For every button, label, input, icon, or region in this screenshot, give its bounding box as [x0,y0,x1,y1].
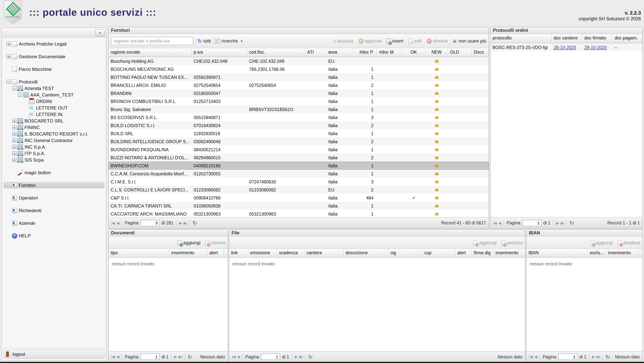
tree-item[interactable]: HELP [4,232,104,239]
last-page-button[interactable]: ▶| [179,354,182,359]
tree-item[interactable]: LETTERE IN [4,111,104,118]
tree-expander-icon[interactable] [6,196,11,200]
table-row[interactable]: BUILDING INTELLIGENCE GROUP S... 0309249… [109,137,489,146]
tree-item[interactable]: + SIS Scpa [4,157,104,163]
aggiungi-button[interactable]: aggiungi [474,240,497,245]
next-page-button[interactable]: ▶ [556,221,559,225]
column-header[interactable]: cup [422,249,455,257]
tree-expander-icon[interactable]: - [6,80,11,84]
column-header[interactable]: #doc P [352,48,377,57]
table-row[interactable]: CACCIATORE ARCH. MASSIMILIANO 0532130096… [109,210,489,217]
page-number-input[interactable] [522,220,542,226]
tree-expander-icon[interactable]: + [12,158,16,162]
tree-expander-icon[interactable] [12,170,16,175]
column-header[interactable]: OLD [448,48,472,57]
table-row[interactable]: BUZZI NOTARO & ANTONIELLI D'OL... 062949… [109,154,489,162]
doc-cantiere-link[interactable]: 28-10-2025 [552,45,582,50]
table-row[interactable]: BUILD LOGISTIC S.r.l. 07016430824 Italia… [109,121,489,129]
table-row[interactable]: BUONDONNO PASQUALINA 08430521214 Italia … [109,146,489,154]
tree-item[interactable]: Aziende [4,220,104,226]
approva-button[interactable]: approva [358,38,382,44]
refresh-icon[interactable]: ↻ [570,220,574,226]
column-header[interactable]: descrizione [344,249,388,257]
tree-expander-icon[interactable]: + [12,138,16,142]
column-header[interactable]: p.iva [192,48,247,57]
tree-item[interactable]: Operatori [4,195,104,201]
page-number-input[interactable] [140,220,160,226]
table-row[interactable]: BRANDINI 03185550047 Italia 1 ∗ [109,89,489,97]
table-row[interactable]: C&P S.r.l. 00906410766 Italia 464 ✔ ∗ [109,194,489,202]
refresh-icon[interactable]: ↻ [188,354,192,360]
column-header[interactable]: ATI [305,48,326,57]
table-row[interactable]: Bruno Sig. Salvatore BRBSVT32C01B561O It… [109,105,489,113]
next-page-button[interactable]: ▶ [592,354,595,359]
elimina-button[interactable]: elimina [426,38,448,44]
tree-expander-icon[interactable]: + [12,145,16,149]
sidebar-collapse-button[interactable]: « [95,29,104,36]
column-header[interactable]: link [229,249,248,257]
ricerche-button[interactable]: ricerche ▼ [215,38,243,44]
next-page-button[interactable]: ▶ [295,354,297,359]
tree-expander-icon[interactable]: + [12,119,16,123]
prev-page-button[interactable]: ◀ [534,354,537,359]
tree-expander-icon[interactable] [6,221,11,225]
column-header[interactable]: doc firmato [582,34,612,43]
first-page-button[interactable]: |◀ [529,354,532,359]
column-header[interactable]: NEW [426,48,448,57]
tree-expander-icon[interactable] [24,112,28,116]
tree-expander-icon[interactable]: + [12,151,16,155]
first-page-button[interactable]: |◀ [493,221,496,225]
table-row[interactable]: Boschung Holding AG CHE102.432.049 CHE-1… [109,57,489,65]
tree-item[interactable]: Richiedenti [4,207,104,214]
tree-item[interactable]: ORDINI [4,98,104,105]
column-header[interactable]: alert [208,249,224,257]
tree-item[interactable]: + INC General Contractor [4,137,104,144]
tree-item[interactable]: + Archivio Pratiche Legali [4,41,104,47]
column-header[interactable]: cig [388,249,422,257]
table-row[interactable]: BOSCHUNG MECATRONIC AG 765.2301.1768.06 … [109,65,489,73]
column-header[interactable]: protocollo [490,34,552,43]
table-row[interactable]: BOSC-RES-373-25-VDO-fgi 28-10-2025 29-10… [490,43,642,51]
tree-item[interactable]: - Azienda TEST [4,85,104,92]
table-row[interactable]: BRONCHI COMBUSTIBILI S.R.L. 01252710403 … [109,97,489,105]
tree-expander-icon[interactable] [24,99,28,103]
first-page-button[interactable]: |◀ [232,354,235,359]
table-row[interactable]: BOTTINO PAOLO NEW TUSCAN EX... 025923909… [109,73,489,81]
tree-expander-icon[interactable]: + [6,54,11,59]
column-header[interactable]: ragione sociale [109,48,192,57]
insert-button[interactable]: insert [386,38,404,44]
column-header[interactable]: inserimento [170,249,207,257]
logout-button[interactable]: logout [4,349,104,359]
tree-item[interactable]: + IL BOSCARETO RESORT s.r.l. [4,131,104,137]
search-input[interactable] [111,37,193,45]
first-page-button[interactable]: |◀ [111,354,114,359]
tree-expander-icon[interactable] [6,183,11,187]
column-header[interactable]: scadenza [277,249,304,257]
tree-expander-icon[interactable]: + [12,125,16,129]
column-header[interactable]: esclu... [588,249,606,257]
table-row[interactable]: BUILD SRL 11932830018 Italia 1 ∗ [109,129,489,137]
column-header[interactable]: doc pagam. [612,34,638,43]
column-header[interactable]: inserimento [494,249,518,257]
tree-expander-icon[interactable]: + [6,42,11,46]
tree-expander-icon[interactable] [6,67,11,71]
prev-page-button[interactable]: ◀ [116,221,119,225]
last-page-button[interactable]: ▶| [596,354,600,359]
tree-expander-icon[interactable] [6,234,11,238]
column-header[interactable]: cod.fisc. [247,48,305,57]
column-header[interactable]: emissione [248,249,277,257]
table-row[interactable]: BWINESHOP.COM 04098210166 Italia 1 ∗ [109,162,489,170]
archivia-button[interactable]: archivia [501,240,523,245]
tree-expander-icon[interactable]: - [18,93,22,97]
aggiungi-button[interactable]: aggiungi [590,240,613,245]
tree-expander-icon[interactable] [6,208,11,212]
aggiungi-button[interactable]: aggiungi [177,240,200,245]
column-header[interactable]: Docs [472,48,489,57]
tree-item[interactable]: + Gestione Documentale [4,53,104,60]
page-number-input[interactable] [558,353,578,360]
page-number-input[interactable] [261,353,280,360]
column-header[interactable]: area [326,48,352,57]
tree-item[interactable]: - Protocolli [4,79,104,85]
tree-expander-icon[interactable]: + [12,132,16,136]
column-header[interactable]: #doc M [377,48,402,57]
